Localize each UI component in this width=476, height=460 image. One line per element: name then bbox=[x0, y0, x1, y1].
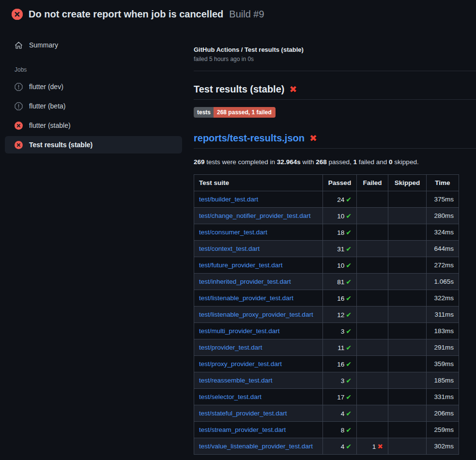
section-heading: Test results (stable) ✖ bbox=[194, 84, 476, 95]
failed-x-icon: ✖ bbox=[289, 85, 297, 94]
sidebar-item-summary[interactable]: Summary bbox=[5, 36, 182, 54]
table-row: test/builder_test.dart24✔375ms bbox=[194, 191, 459, 208]
test-suite-link[interactable]: test/inherited_provider_test.dart bbox=[199, 278, 291, 285]
test-suite-link[interactable]: test/change_notifier_provider_test.dart bbox=[199, 212, 310, 219]
failed-cell bbox=[357, 405, 388, 422]
passed-cell: 3✔ bbox=[323, 372, 357, 389]
skipped-cell bbox=[388, 356, 427, 372]
sidebar-job-item[interactable]: flutter (dev) bbox=[5, 78, 182, 95]
test-suite-link[interactable]: test/builder_test.dart bbox=[199, 196, 258, 203]
job-label: flutter (stable) bbox=[29, 122, 71, 129]
test-suite-link[interactable]: test/multi_provider_test.dart bbox=[199, 327, 280, 335]
test-suite-link[interactable]: test/listenable_provider_test.dart bbox=[199, 294, 293, 302]
passed-cell: 16✔ bbox=[323, 356, 357, 372]
sidebar-job-item[interactable]: flutter (stable) bbox=[5, 117, 182, 134]
test-suite-cell: test/multi_provider_test.dart bbox=[194, 323, 323, 339]
time-cell: 280ms bbox=[427, 208, 459, 224]
workflow-run-title: Do not create report when job is cancell… bbox=[29, 9, 223, 20]
test-suite-link[interactable]: test/future_provider_test.dart bbox=[199, 261, 283, 269]
test-suite-link[interactable]: test/reassemble_test.dart bbox=[199, 377, 273, 384]
passed-cell: 3✔ bbox=[323, 323, 357, 339]
failed-cell: 1✖ bbox=[357, 438, 388, 455]
test-suite-link[interactable]: test/value_listenable_provider_test.dart bbox=[199, 443, 313, 450]
home-icon bbox=[15, 41, 23, 49]
test-suite-cell: test/value_listenable_provider_test.dart bbox=[194, 438, 323, 455]
check-icon: ✔ bbox=[346, 294, 352, 302]
check-icon: ✔ bbox=[346, 311, 352, 319]
failed-cell bbox=[357, 208, 388, 224]
skipped-cell bbox=[388, 339, 427, 356]
skipped-cell bbox=[388, 405, 427, 422]
test-suite-cell: test/stateful_provider_test.dart bbox=[194, 405, 323, 422]
passed-cell: 16✔ bbox=[323, 290, 357, 307]
test-suite-cell: test/listenable_provider_test.dart bbox=[194, 290, 323, 307]
time-cell: 375ms bbox=[427, 191, 459, 208]
table-row: test/reassemble_test.dart3✔185ms bbox=[194, 372, 459, 389]
check-icon: ✔ bbox=[346, 278, 352, 286]
table-row: test/multi_provider_test.dart3✔183ms bbox=[194, 323, 459, 339]
test-suite-cell: test/builder_test.dart bbox=[194, 191, 323, 208]
table-row: test/future_provider_test.dart10✔272ms bbox=[194, 257, 459, 274]
test-suite-link[interactable]: test/stream_provider_test.dart bbox=[199, 426, 286, 433]
test-suite-cell: test/proxy_provider_test.dart bbox=[194, 356, 323, 372]
failed-circle-x-icon bbox=[12, 9, 23, 20]
sidebar-item-label: Summary bbox=[29, 41, 58, 49]
test-suite-cell: test/context_test.dart bbox=[194, 241, 323, 257]
breadcrumb: GitHub Actions / Test results (stable) bbox=[194, 46, 476, 53]
time-cell: 331ms bbox=[427, 389, 459, 405]
test-suite-link[interactable]: test/provider_test.dart bbox=[199, 344, 262, 351]
failed-cell bbox=[357, 372, 388, 389]
divider bbox=[194, 99, 476, 100]
passed-cell: 18✔ bbox=[323, 224, 357, 241]
skipped-cell bbox=[388, 208, 427, 224]
check-icon: ✔ bbox=[346, 410, 352, 417]
failed-circle-x-icon bbox=[15, 122, 23, 130]
table-row: test/value_listenable_provider_test.dart… bbox=[194, 438, 459, 455]
passed-cell: 4✔ bbox=[323, 438, 357, 455]
failed-cell bbox=[357, 356, 388, 372]
badge-value: 268 passed, 1 failed bbox=[214, 107, 276, 118]
build-number: Build #9 bbox=[229, 9, 264, 20]
test-summary-text: 269 tests were completed in 32.964s with… bbox=[194, 158, 476, 166]
test-suite-cell: test/future_provider_test.dart bbox=[194, 257, 323, 274]
test-suite-link[interactable]: test/proxy_provider_test.dart bbox=[199, 360, 282, 368]
column-header-skipped: Skipped bbox=[388, 175, 427, 191]
time-cell: 1.065s bbox=[427, 274, 459, 290]
skipped-cell bbox=[388, 224, 427, 241]
failed-cell bbox=[357, 241, 388, 257]
time-cell: 324ms bbox=[427, 224, 459, 241]
failed-x-icon: ✖ bbox=[309, 134, 317, 143]
test-suite-cell: test/listenable_proxy_provider_test.dart bbox=[194, 307, 323, 323]
time-cell: 291ms bbox=[427, 339, 459, 356]
report-file-link[interactable]: reports/test-results.json bbox=[194, 133, 305, 144]
sidebar-job-item[interactable]: flutter (beta) bbox=[5, 97, 182, 115]
skipped-cell bbox=[388, 191, 427, 208]
table-row: test/stream_provider_test.dart8✔259ms bbox=[194, 422, 459, 438]
job-label: flutter (dev) bbox=[29, 83, 63, 91]
test-suite-link[interactable]: test/context_test.dart bbox=[199, 245, 260, 252]
test-suite-cell: test/reassemble_test.dart bbox=[194, 372, 323, 389]
check-icon: ✔ bbox=[346, 327, 352, 335]
table-header-row: Test suite Passed Failed Skipped Time bbox=[194, 175, 459, 191]
run-status-text: failed 5 hours ago in 0s bbox=[194, 56, 476, 62]
test-suite-link[interactable]: test/listenable_proxy_provider_test.dart bbox=[199, 311, 313, 318]
check-icon: ✔ bbox=[346, 393, 352, 401]
failed-cell bbox=[357, 323, 388, 339]
passed-cell: 10✔ bbox=[323, 257, 357, 274]
check-icon: ✔ bbox=[346, 245, 352, 253]
test-suite-cell: test/inherited_provider_test.dart bbox=[194, 274, 323, 290]
skipped-cell bbox=[388, 372, 427, 389]
test-suite-link[interactable]: test/stateful_provider_test.dart bbox=[199, 410, 287, 417]
tests-status-badge[interactable]: tests 268 passed, 1 failed bbox=[194, 107, 276, 118]
test-suite-link[interactable]: test/consumer_test.dart bbox=[199, 229, 267, 236]
time-cell: 185ms bbox=[427, 372, 459, 389]
time-cell: 206ms bbox=[427, 405, 459, 422]
column-header-passed: Passed bbox=[323, 175, 357, 191]
table-row: test/stateful_provider_test.dart4✔206ms bbox=[194, 405, 459, 422]
test-suite-link[interactable]: test/selector_test.dart bbox=[199, 393, 261, 400]
sidebar-job-item[interactable]: Test results (stable) bbox=[5, 136, 182, 153]
column-header-failed: Failed bbox=[357, 175, 388, 191]
skipped-cell bbox=[388, 438, 427, 455]
column-header-time: Time bbox=[427, 175, 459, 191]
check-icon: ✔ bbox=[346, 426, 352, 434]
